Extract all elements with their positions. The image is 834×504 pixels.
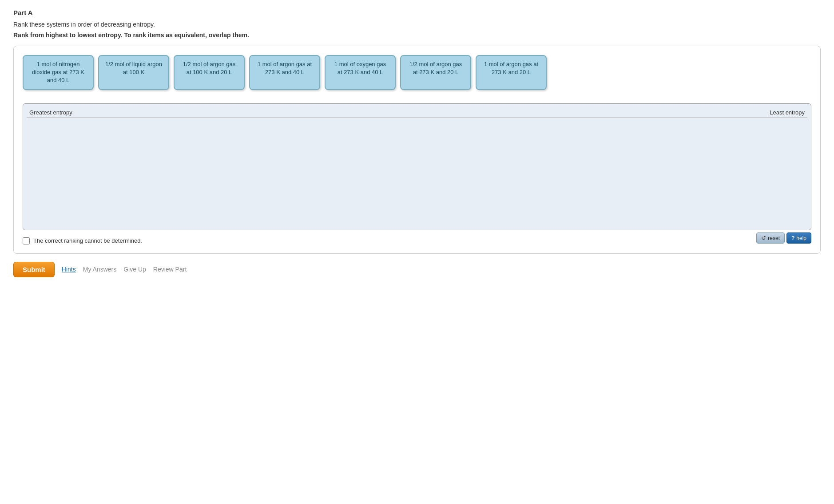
instructions-bold: Rank from highest to lowest entropy. To …	[13, 32, 821, 39]
cannot-determine-checkbox[interactable]	[23, 237, 30, 244]
bottom-bar: The correct ranking cannot be determined…	[23, 232, 811, 244]
drop-zone[interactable]: Greatest entropy Least entropy	[23, 103, 811, 230]
cannot-determine-label: The correct ranking cannot be determined…	[33, 237, 142, 244]
reset-button[interactable]: reset	[756, 232, 785, 244]
submit-button[interactable]: Submit	[13, 262, 55, 277]
rank-item-item5[interactable]: 1 mol of oxygen gas at 273 K and 40 L	[325, 55, 396, 90]
part-label: Part A	[13, 9, 821, 16]
drop-zone-inner[interactable]	[27, 120, 807, 226]
items-row: 1 mol of nitrogen dioxide gas at 273 K a…	[23, 55, 811, 90]
rank-item-item6[interactable]: 1/2 mol of argon gas at 273 K and 20 L	[400, 55, 471, 90]
greatest-entropy-label: Greatest entropy	[29, 109, 72, 116]
hints-button[interactable]: Hints	[62, 266, 76, 273]
drop-zone-labels: Greatest entropy Least entropy	[27, 107, 807, 118]
rank-item-item7[interactable]: 1 mol of argon gas at 273 K and 20 L	[476, 55, 547, 90]
instructions-normal: Rank these systems in order of decreasin…	[13, 21, 821, 28]
rank-item-item2[interactable]: 1/2 mol of liquid argon at 100 K	[98, 55, 169, 90]
least-entropy-label: Least entropy	[770, 109, 805, 116]
checkbox-row: The correct ranking cannot be determined…	[23, 237, 142, 244]
review-part-button[interactable]: Review Part	[153, 266, 187, 273]
help-button[interactable]: help	[786, 232, 811, 244]
ranking-container: 1 mol of nitrogen dioxide gas at 273 K a…	[13, 46, 821, 254]
rank-item-item1[interactable]: 1 mol of nitrogen dioxide gas at 273 K a…	[23, 55, 94, 90]
footer-row: Submit Hints My Answers Give Up Review P…	[13, 262, 821, 277]
rank-item-item3[interactable]: 1/2 mol of argon gas at 100 K and 20 L	[174, 55, 245, 90]
my-answers-button[interactable]: My Answers	[83, 266, 116, 273]
reset-help-group: reset help	[756, 232, 811, 244]
rank-item-item4[interactable]: 1 mol of argon gas at 273 K and 40 L	[249, 55, 320, 90]
give-up-button[interactable]: Give Up	[123, 266, 146, 273]
